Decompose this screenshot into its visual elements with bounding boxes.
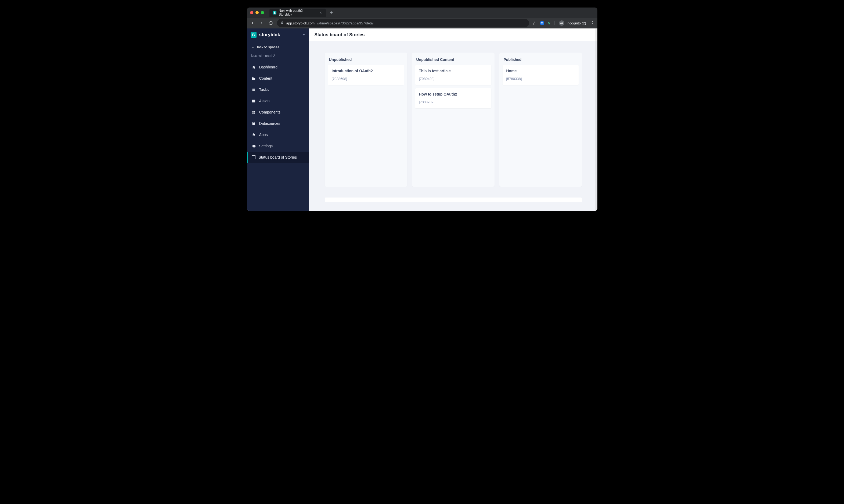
story-title: Home: [506, 69, 575, 73]
extension-vue-devtools-icon[interactable]: V: [548, 21, 550, 25]
sidebar-item-label: Apps: [259, 132, 268, 137]
sidebar-nav: Dashboard Content Tasks Assets Component…: [247, 61, 309, 163]
sidebar-item-label: Assets: [259, 99, 271, 103]
story-id: [7038698]: [332, 77, 400, 81]
column-unpublished-content: Unpublished Content This is test article…: [412, 53, 495, 187]
brand-name: storyblok: [259, 32, 280, 38]
story-card[interactable]: Introduction of OAuth2 [7038698]: [328, 65, 404, 85]
window-controls: [250, 11, 264, 14]
forward-button[interactable]: [259, 21, 264, 25]
story-card[interactable]: Home [5780338]: [503, 65, 579, 85]
sidebar-item-assets[interactable]: Assets: [247, 95, 309, 107]
folder-icon: [252, 76, 256, 80]
back-to-spaces-link[interactable]: ←Back to spaces: [247, 41, 309, 53]
incognito-icon: [559, 20, 564, 26]
sidebar-item-dashboard[interactable]: Dashboard: [247, 61, 309, 73]
sidebar-item-label: Status board of Stories: [259, 155, 297, 159]
extension-1password-icon[interactable]: ①: [540, 21, 544, 25]
story-title: How to setup OAuth2: [419, 92, 487, 96]
sidebar-item-label: Components: [259, 110, 280, 114]
browser-window: B Nuxt with oauth2 - Storyblok × + app.s…: [247, 7, 598, 211]
brand-logo-icon: B: [251, 32, 257, 38]
tab-strip: B Nuxt with oauth2 - Storyblok × +: [247, 7, 598, 18]
reload-button[interactable]: [268, 21, 274, 25]
page-header: Status board of Stories: [309, 29, 598, 41]
sidebar-item-content[interactable]: Content: [247, 73, 309, 84]
column-title: Published: [503, 56, 579, 65]
tab-title: Nuxt with oauth2 - Storyblok: [279, 9, 316, 16]
column-published: Published Home [5780338]: [499, 53, 582, 187]
incognito-indicator[interactable]: Incognito (2): [559, 20, 586, 26]
back-button[interactable]: [249, 21, 256, 25]
back-label: Back to spaces: [256, 45, 279, 49]
sidebar-item-label: Settings: [259, 144, 273, 148]
new-tab-button[interactable]: +: [328, 10, 335, 15]
browser-tab[interactable]: B Nuxt with oauth2 - Storyblok ×: [270, 8, 326, 17]
story-card[interactable]: This is test article [7980498]: [415, 65, 491, 85]
main-area: Status board of Stories Unpublished Intr…: [309, 29, 598, 211]
toolbar-right: ☆ ① V | Incognito (2) ⋮: [532, 20, 595, 26]
page-body: Unpublished Introduction of OAuth2 [7038…: [309, 41, 598, 211]
sidebar-item-status-board[interactable]: Status board of Stories: [247, 151, 309, 163]
browser-menu-button[interactable]: ⋮: [590, 21, 595, 25]
story-title: This is test article: [419, 69, 487, 73]
blocks-icon: [252, 110, 256, 114]
url-path: /#!/me/spaces/73622/apps/357/detail: [317, 21, 374, 25]
address-bar[interactable]: app.storyblok.com/#!/me/spaces/73622/app…: [277, 19, 529, 27]
footer-strip: [325, 198, 582, 202]
chevron-down-icon: ▼: [303, 33, 306, 36]
story-id: [7980498]: [419, 77, 487, 81]
sidebar-item-apps[interactable]: Apps: [247, 129, 309, 140]
maximize-window-button[interactable]: [261, 11, 264, 14]
tab-favicon-icon: B: [273, 11, 277, 15]
lock-icon: [281, 21, 284, 25]
sidebar-item-components[interactable]: Components: [247, 107, 309, 118]
app-viewport: B storyblok ▼ ←Back to spaces Nuxt with …: [247, 29, 598, 211]
column-title: Unpublished: [328, 56, 404, 65]
story-title: Introduction of OAuth2: [332, 69, 400, 73]
status-board: Unpublished Introduction of OAuth2 [7038…: [325, 53, 582, 187]
box-icon: [252, 156, 256, 159]
sidebar-item-label: Datasources: [259, 121, 280, 126]
brand-header[interactable]: B storyblok ▼: [247, 29, 309, 41]
minimize-window-button[interactable]: [256, 11, 259, 14]
sidebar-item-datasources[interactable]: Datasources: [247, 118, 309, 129]
page-title: Status board of Stories: [314, 32, 365, 38]
story-id: [5780338]: [506, 77, 575, 81]
sidebar-item-tasks[interactable]: Tasks: [247, 84, 309, 95]
column-title: Unpublished Content: [415, 56, 491, 65]
sidebar-item-label: Dashboard: [259, 65, 278, 69]
list-icon: [252, 88, 256, 92]
story-card[interactable]: How to setup OAuth2 [7038709]: [415, 88, 491, 108]
home-icon: [252, 65, 256, 69]
arrow-left-icon: ←: [251, 45, 254, 49]
story-id: [7038709]: [419, 100, 487, 104]
close-tab-button[interactable]: ×: [320, 11, 322, 15]
puzzle-icon: [252, 133, 256, 137]
column-unpublished: Unpublished Introduction of OAuth2 [7038…: [325, 53, 407, 187]
image-icon: [252, 99, 256, 103]
incognito-label: Incognito (2): [567, 21, 586, 25]
bookmark-button[interactable]: ☆: [532, 21, 536, 26]
sidebar-item-label: Tasks: [259, 88, 269, 92]
sidebar-item-label: Content: [259, 76, 272, 80]
gear-icon: [252, 144, 256, 148]
close-window-button[interactable]: [250, 11, 253, 14]
space-name: Nuxt with oauth2: [247, 53, 309, 61]
sidebar-item-settings[interactable]: Settings: [247, 140, 309, 151]
browser-toolbar: app.storyblok.com/#!/me/spaces/73622/app…: [247, 18, 598, 29]
database-icon: [252, 122, 256, 126]
sidebar: B storyblok ▼ ←Back to spaces Nuxt with …: [247, 29, 309, 211]
url-host: app.storyblok.com: [286, 21, 315, 25]
